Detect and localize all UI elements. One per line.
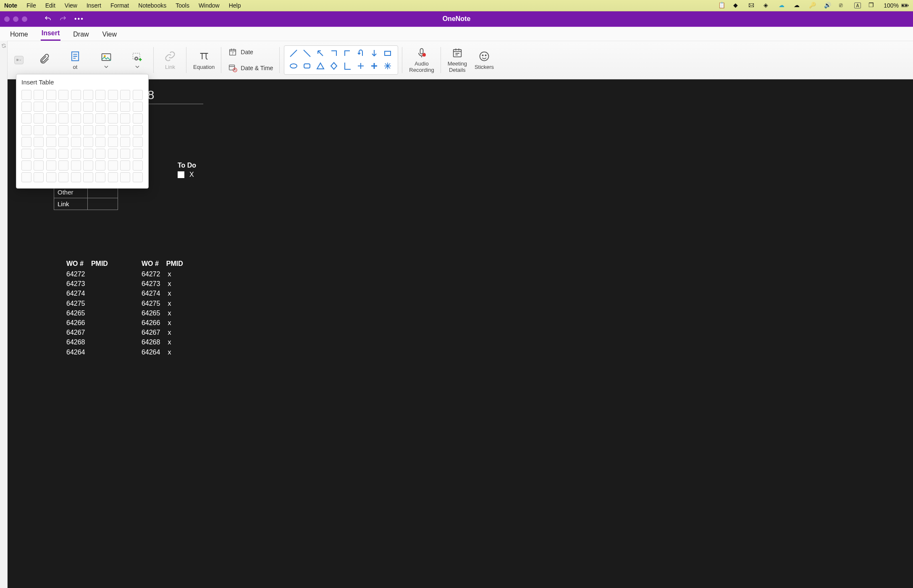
table-grid-cell[interactable] [71,149,81,159]
list-item[interactable]: 64266 [66,318,108,328]
table-grid-cell[interactable] [83,113,93,123]
table-grid-cell[interactable] [58,160,68,171]
table-grid-cell[interactable] [83,149,93,159]
shape-arrow-down[interactable] [369,48,379,58]
list-item[interactable]: 64272 [66,269,108,279]
date-button[interactable]: 7 Date [226,46,256,58]
table-grid-cell[interactable] [83,90,93,100]
list-item[interactable]: 64268 [66,337,108,347]
printout-button[interactable]: ot [63,43,87,77]
more-icon[interactable]: ••• [74,15,84,23]
table-grid-cell[interactable] [46,149,56,159]
table-grid-cell[interactable] [120,113,130,123]
table-grid-cell[interactable] [108,160,118,171]
cube-icon[interactable]: ◈ [763,2,771,9]
list-item[interactable]: 64265x [142,308,183,318]
wo-col-left[interactable]: WO # PMID 642726427364274642756426564266… [66,260,108,357]
table-grid-cell[interactable] [83,160,93,171]
minimize-window-icon[interactable] [13,16,18,22]
table-grid-cell[interactable] [120,149,130,159]
table-grid-cell[interactable] [120,137,130,147]
shape-axes[interactable] [342,61,352,71]
table-grid-cell[interactable] [58,113,68,123]
table-grid-cell[interactable] [34,160,44,171]
menu-window[interactable]: Window [199,2,220,9]
table-row[interactable]: Link [54,198,118,210]
menu-tools[interactable]: Tools [176,2,189,9]
tab-draw[interactable]: Draw [72,28,89,41]
table-grid-cell[interactable] [95,125,105,135]
table-grid-cell[interactable] [46,102,56,112]
shape-diamond[interactable] [329,61,339,71]
shape-plus-b[interactable] [369,61,379,71]
tab-insert[interactable]: Insert [41,27,61,41]
onedrive-icon[interactable]: ☁ [794,2,801,9]
table-grid-cell[interactable] [108,137,118,147]
list-item[interactable]: 64267x [142,328,183,337]
menu-view[interactable]: View [65,2,77,9]
menu-insert[interactable]: Insert [87,2,101,9]
dock-icon[interactable]: ⎚ [839,2,847,9]
table-grid-cell[interactable] [71,160,81,171]
outlook-icon[interactable]: 🖂 [748,2,756,9]
shape-rect[interactable] [383,48,393,58]
table-grid-cell[interactable] [21,160,31,171]
table-grid-cell[interactable] [133,137,143,147]
shape-plus[interactable] [356,61,366,71]
table-grid-cell[interactable] [46,125,56,135]
table-grid-cell[interactable] [34,125,44,135]
menu-help[interactable]: Help [229,2,241,9]
pictures-button[interactable] [94,43,118,77]
todo-text[interactable]: X [189,171,194,178]
table-grid-cell[interactable] [133,172,143,182]
zoom-window-icon[interactable] [22,16,27,22]
table-grid-cell[interactable] [21,125,31,135]
table-grid-cell[interactable] [46,160,56,171]
table-grid-cell[interactable] [21,172,31,182]
list-item[interactable]: 64275 [66,299,108,308]
list-item[interactable]: 64266x [142,318,183,328]
table-grid-cell[interactable] [34,137,44,147]
table-grid-cell[interactable] [120,172,130,182]
screen-clipping-button[interactable] [125,43,150,77]
table-grid-cell[interactable] [108,125,118,135]
wo-lists[interactable]: WO # PMID 642726427364274642756426564266… [66,260,183,357]
table-grid-cell[interactable] [95,102,105,112]
table-grid-cell[interactable] [120,125,130,135]
shape-arrow-upleft[interactable] [315,48,325,58]
screens-icon[interactable]: ❐ [868,2,876,9]
table-grid-cell[interactable] [120,102,130,112]
table-grid-cell[interactable] [71,125,81,135]
file-attachment-button[interactable] [32,43,56,77]
table-grid-cell[interactable] [34,172,44,182]
shape-ellipse[interactable] [289,61,299,71]
window-controls[interactable] [4,16,27,22]
page-title[interactable]: /18 [56,88,913,104]
table-grid-cell[interactable] [108,102,118,112]
list-item[interactable]: 64273x [142,279,183,289]
table-grid-cell[interactable] [108,172,118,182]
tab-view[interactable]: View [102,28,118,41]
table-size-grid[interactable] [21,90,143,182]
table-grid-cell[interactable] [58,172,68,182]
meeting-details-button[interactable]: Meeting Details [445,43,470,77]
table-grid-cell[interactable] [133,149,143,159]
table-grid-cell[interactable] [133,90,143,100]
table-grid-cell[interactable] [108,113,118,123]
menu-edit[interactable]: Edit [45,2,55,9]
menu-notebooks[interactable]: Notebooks [138,2,166,9]
list-item[interactable]: 64267 [66,328,108,337]
table-grid-cell[interactable] [21,113,31,123]
table-grid-cell[interactable] [34,113,44,123]
list-item[interactable]: 64264 [66,347,108,357]
clipboard-icon[interactable]: 📋 [718,2,726,9]
table-grid-cell[interactable] [71,113,81,123]
table-grid-cell[interactable] [58,90,68,100]
list-item[interactable]: 64274 [66,289,108,298]
table-grid-cell[interactable] [133,113,143,123]
table-grid-cell[interactable] [71,172,81,182]
table-grid-cell[interactable] [34,149,44,159]
shape-line-diag[interactable] [302,48,312,58]
todo-item[interactable]: X [178,171,196,178]
table-grid-cell[interactable] [21,137,31,147]
